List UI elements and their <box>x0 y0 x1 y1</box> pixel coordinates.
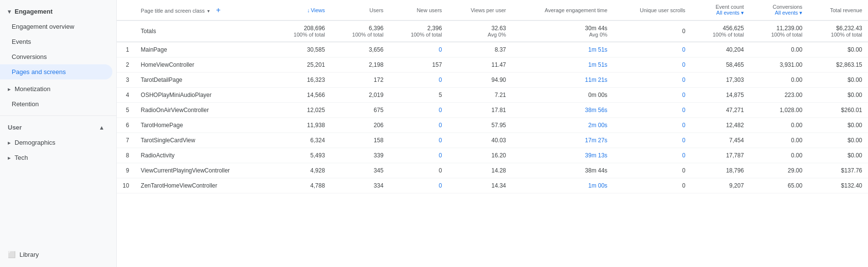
row-views: 12,025 <box>272 103 331 118</box>
sidebar-section-monetization[interactable]: ▸ Monetization <box>0 81 116 96</box>
row-avg-engagement: 1m 51s <box>512 42 613 57</box>
sidebar-item-label: Retention <box>12 100 39 108</box>
sidebar-item-events[interactable]: Events <box>0 34 112 49</box>
th-views[interactable]: ↓Views <box>272 0 331 20</box>
totals-conversions: 11,239.00 100% of total <box>750 20 808 42</box>
avg-engagement-link[interactable]: 1m 51s <box>588 46 607 53</box>
unique-scrolls-link[interactable]: 0 <box>682 152 686 159</box>
row-page-name: MainPage <box>135 42 272 57</box>
new-users-link[interactable]: 0 <box>439 122 442 129</box>
row-total-revenue: $2,863.15 <box>808 57 868 73</box>
row-unique-scrolls: 0 <box>613 133 691 148</box>
avg-engagement-link[interactable]: 39m 13s <box>585 152 607 159</box>
avg-engagement-link[interactable]: 11m 21s <box>585 76 607 83</box>
row-page-name: ViewCurrentPlayingViewController <box>135 163 272 178</box>
sidebar-item-conversions[interactable]: Conversions <box>0 49 112 64</box>
row-views: 11,938 <box>272 118 331 133</box>
row-conversions: 0.00 <box>750 133 808 148</box>
row-page-name: RadioOnAirViewController <box>135 103 272 118</box>
th-page-name[interactable]: Page title and screen class ▾ + <box>135 0 272 20</box>
sidebar-section-demographics[interactable]: ▸ Demographics <box>0 135 116 150</box>
unique-scrolls-link[interactable]: 0 <box>682 61 686 68</box>
chevron-right-icon: ▸ <box>8 154 11 161</box>
avg-engagement-link[interactable]: 2m 00s <box>588 122 607 129</box>
row-avg-engagement: 11m 21s <box>512 73 613 88</box>
sidebar-item-label: Monetization <box>15 85 51 93</box>
new-users-link[interactable]: 0 <box>439 182 442 189</box>
row-total-revenue: $0.00 <box>808 73 868 88</box>
table-row: 1 MainPage 30,585 3,656 0 8.37 1m 51s 0 … <box>117 42 868 57</box>
row-users: 345 <box>331 163 389 178</box>
th-conversions[interactable]: Conversions All events ▾ <box>750 0 808 20</box>
th-views-per-user[interactable]: Views per user <box>448 0 512 20</box>
row-total-revenue: $0.00 <box>808 133 868 148</box>
unique-scrolls-link[interactable]: 0 <box>682 92 686 98</box>
dropdown-arrow-icon[interactable]: ▾ <box>207 8 210 14</box>
row-views-per-user: 94.90 <box>448 73 512 88</box>
row-users: 158 <box>331 133 389 148</box>
row-num: 1 <box>117 42 135 57</box>
row-views-per-user: 17.81 <box>448 103 512 118</box>
unique-scrolls-link[interactable]: 0 <box>682 76 686 83</box>
chevron-right-icon: ▸ <box>8 139 11 146</box>
sidebar-item-library[interactable]: ⬜ Library <box>0 246 116 263</box>
unique-scrolls-link[interactable]: 0 <box>682 107 686 114</box>
sidebar-item-label: Events <box>12 38 31 45</box>
column-filter-label[interactable]: Page title and screen class <box>141 8 204 14</box>
new-users-link[interactable]: 0 <box>439 76 442 83</box>
row-conversions: 0.00 <box>750 42 808 57</box>
new-users-link[interactable]: 0 <box>439 152 442 159</box>
th-total-revenue[interactable]: Total revenue <box>808 0 868 20</box>
th-users[interactable]: Users <box>331 0 389 20</box>
new-users-link[interactable]: 0 <box>439 137 442 144</box>
th-event-count[interactable]: Event count All events ▾ <box>691 0 750 20</box>
row-views-per-user: 14.34 <box>448 178 512 193</box>
row-event-count: 14,875 <box>691 88 750 103</box>
sidebar-section-engagement[interactable]: ▾ Engagement <box>0 4 116 19</box>
sidebar-section-label: User <box>8 124 22 131</box>
th-avg-engagement[interactable]: Average engagement time <box>512 0 613 20</box>
row-conversions: 29.00 <box>750 163 808 178</box>
th-new-users[interactable]: New users <box>389 0 448 20</box>
row-avg-engagement: 0m 00s <box>512 88 613 103</box>
row-new-users: 0 <box>389 148 448 163</box>
row-conversions: 223.00 <box>750 88 808 103</box>
new-users-link[interactable]: 0 <box>439 107 442 114</box>
avg-engagement-link[interactable]: 17m 27s <box>585 137 607 144</box>
avg-engagement-link[interactable]: 1m 51s <box>588 61 607 68</box>
sidebar-divider <box>0 115 116 116</box>
sidebar-item-pages-and-screens[interactable]: Pages and screens <box>0 64 112 79</box>
row-total-revenue: $0.00 <box>808 118 868 133</box>
row-views-per-user: 16.20 <box>448 148 512 163</box>
new-users-link[interactable]: 0 <box>439 46 442 53</box>
row-unique-scrolls: 0 <box>613 163 691 178</box>
sidebar-item-engagement-overview[interactable]: Engagement overview <box>0 19 112 34</box>
row-new-users: 0 <box>389 73 448 88</box>
totals-views: 208,696 100% of total <box>272 20 331 42</box>
sidebar-user-children: ▸ Demographics ▸ Tech <box>0 135 116 165</box>
unique-scrolls-link[interactable]: 0 <box>682 122 686 129</box>
row-unique-scrolls: 0 <box>613 103 691 118</box>
th-unique-scrolls[interactable]: Unique user scrolls <box>613 0 691 20</box>
row-new-users: 0 <box>389 118 448 133</box>
sidebar-section-user[interactable]: User ▲ <box>0 120 116 135</box>
row-unique-scrolls: 0 <box>613 148 691 163</box>
unique-scrolls-link[interactable]: 0 <box>682 137 686 144</box>
sidebar-section-tech[interactable]: ▸ Tech <box>0 150 116 165</box>
avg-engagement-link[interactable]: 1m 00s <box>588 182 607 189</box>
avg-engagement-link[interactable]: 38m 56s <box>585 107 607 114</box>
row-conversions: 0.00 <box>750 148 808 163</box>
row-views-per-user: 7.21 <box>448 88 512 103</box>
event-count-filter-link[interactable]: All events ▾ <box>716 10 744 16</box>
conversions-filter-link[interactable]: All events ▾ <box>775 10 802 16</box>
sidebar-item-retention[interactable]: Retention <box>0 96 112 112</box>
totals-views-per-user: 32.63 Avg 0% <box>448 20 512 42</box>
row-new-users: 0 <box>389 163 448 178</box>
row-users: 172 <box>331 73 389 88</box>
sidebar-item-label: Engagement overview <box>12 23 74 30</box>
row-num: 9 <box>117 163 135 178</box>
row-conversions: 0.00 <box>750 73 808 88</box>
add-column-button[interactable]: + <box>216 6 220 14</box>
unique-scrolls-link[interactable]: 0 <box>682 46 686 53</box>
row-total-revenue: $0.00 <box>808 42 868 57</box>
